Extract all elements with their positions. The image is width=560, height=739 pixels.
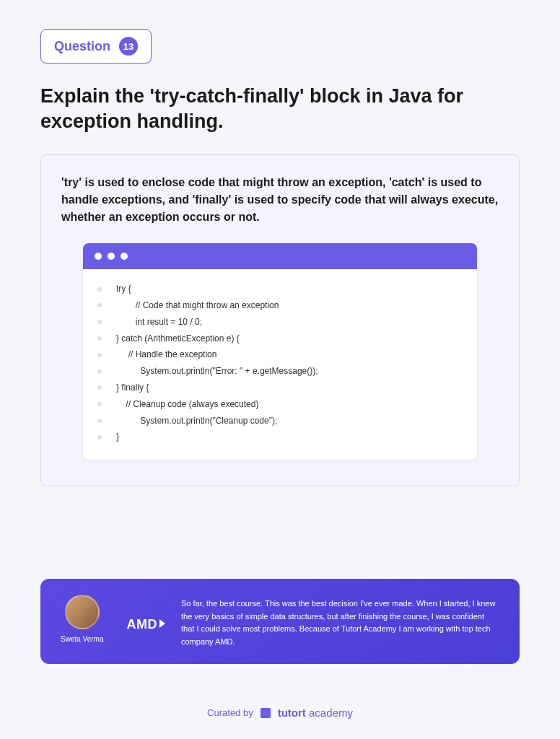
code-line: System.out.println("Error: " + e.getMess… [97,363,463,380]
line-bullet-icon [97,402,102,406]
amd-arrow-icon [159,619,165,628]
brand-bold: tutort [278,707,306,719]
code-line: try { [97,281,463,297]
line-bullet-icon [97,287,102,292]
code-text: int result = 10 / 0; [116,314,202,331]
page-container: Question 13 Explain the 'try-catch-final… [0,0,560,515]
line-bullet-icon [97,320,102,324]
code-text: // Cleanup code (always executed) [116,396,258,413]
code-titlebar [83,243,477,269]
titlebar-dot-icon [121,253,128,260]
testimonial-card: Sweta Verma AMD So far, the best course.… [40,579,520,664]
code-line: // Handle the exception [97,346,463,363]
code-text: } catch (ArithmeticException e) { [116,331,240,347]
brand-light: academy [306,707,353,719]
code-text: // Handle the exception [116,346,216,363]
avatar [65,595,100,629]
line-bullet-icon [97,353,102,357]
testimonial-author: Sweta Verma [61,595,103,643]
question-badge: Question 13 [40,29,152,64]
code-body: try { // Code that might throw an except… [83,269,477,460]
titlebar-dot-icon [108,253,115,260]
code-line: int result = 10 / 0; [97,314,463,331]
answer-card: 'try' is used to enclose code that might… [40,154,520,486]
code-line: // Code that might throw an exception [97,297,463,314]
answer-text: 'try' is used to enclose code that might… [61,174,499,226]
testimonial-text: So far, the best course. This was the be… [181,598,499,648]
company-text: AMD [126,617,157,631]
line-bullet-icon [97,435,102,440]
code-text: // Code that might throw an exception [116,297,279,314]
code-text: } [116,429,119,445]
line-bullet-icon [97,336,102,341]
brand-name: tutort academy [278,707,353,719]
code-text: System.out.println("Error: " + e.getMess… [116,363,318,380]
code-text: System.out.println("Cleanup code"); [116,413,277,429]
titlebar-dot-icon [95,253,102,260]
code-line: } [97,429,463,445]
line-bullet-icon [97,419,102,423]
code-text: } finally { [116,380,149,396]
line-bullet-icon [97,370,102,374]
code-line: } catch (ArithmeticException e) { [97,331,463,347]
code-line: } finally { [97,380,463,396]
question-number: 13 [119,37,138,56]
code-window: try { // Code that might throw an except… [83,243,477,460]
footer-brand: Curated by tutort academy [0,707,560,719]
brand-icon [261,708,271,718]
code-text: try { [116,281,131,297]
line-bullet-icon [97,303,102,307]
question-title: Explain the 'try-catch-finally' block in… [40,84,520,134]
question-label: Question [54,39,110,54]
line-bullet-icon [97,385,102,390]
curated-by-label: Curated by [207,707,253,718]
code-line: // Cleanup code (always executed) [97,396,463,413]
testimonial-name: Sweta Verma [61,635,103,643]
testimonial-company-logo: AMD [126,617,165,632]
code-line: System.out.println("Cleanup code"); [97,413,463,429]
